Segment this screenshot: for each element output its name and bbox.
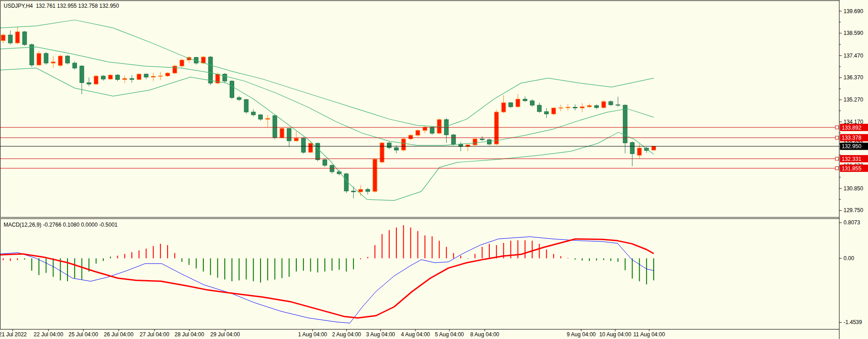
candle-bear: [208, 57, 212, 83]
candle-bear: [530, 101, 534, 105]
candle-bear: [259, 115, 263, 119]
candle-bull: [359, 189, 363, 192]
candle-bull: [494, 112, 498, 144]
candle-bear: [8, 35, 12, 43]
candle-bull: [559, 108, 563, 108]
candle-bull: [437, 120, 441, 133]
candle-bull: [1, 35, 5, 40]
candle-bull: [137, 74, 141, 79]
candle-bear: [352, 191, 356, 192]
candle-bull: [401, 139, 405, 150]
candle-bull: [409, 135, 413, 139]
macd-indicator-label: MACD(12,26,9) -0.2766 0.1080 0.0000 -0.5…: [4, 222, 118, 228]
price-axis-label: 138.590: [844, 30, 863, 36]
candle-bull: [37, 53, 41, 65]
candle-bull: [580, 107, 584, 108]
candle-bear: [230, 81, 234, 97]
candle-bull: [51, 62, 55, 63]
candle-bear: [287, 128, 291, 140]
candle-bear: [273, 116, 277, 138]
candle-bull: [123, 78, 127, 79]
time-axis-label: 5 Aug 04:00: [435, 331, 464, 338]
last-price-badge-text: 132.950: [842, 143, 862, 150]
candle-bear: [487, 140, 492, 144]
candle-bull: [416, 131, 420, 136]
candle-bear: [116, 75, 120, 80]
level-handle-icon[interactable]: [835, 167, 839, 170]
level-price-badge: 133.378: [840, 134, 868, 141]
candle-bear: [452, 135, 456, 145]
terminal-chart-window: USDJPY,H4 132.761 132.955 132.758 132.95…: [0, 0, 868, 339]
candle-bull: [294, 138, 298, 141]
time-axis-label: 26 Jul 04:00: [104, 331, 134, 338]
candle-bear: [609, 102, 613, 105]
candle-bear: [316, 143, 320, 160]
candle-bear: [537, 105, 541, 111]
macd-axis-label: 0.00: [844, 255, 854, 262]
candle-bear: [323, 160, 327, 165]
candle-bear: [394, 148, 398, 150]
time-axis-label: 22 Jul 04:00: [34, 331, 63, 338]
candle-bull: [423, 127, 427, 131]
candle-bear: [430, 127, 434, 133]
candle-bear: [523, 99, 527, 101]
time-axis-label: 2 Aug 04:00: [332, 331, 361, 338]
candle-bull: [473, 139, 477, 145]
candle-bull: [15, 32, 19, 43]
candle-bear: [101, 76, 105, 79]
candle-bull: [602, 102, 606, 107]
candle-bear: [616, 105, 620, 105]
candle-bear: [223, 74, 227, 81]
candle-bear: [573, 107, 577, 108]
macd-axis-label: -1.4539: [844, 319, 862, 325]
level-price-badge: 133.892: [840, 124, 868, 131]
last-price-badge: 132.950: [840, 143, 868, 150]
candle-bear: [251, 112, 256, 115]
candle-bear: [44, 53, 48, 63]
time-axis-label: 4 Aug 04:00: [401, 331, 430, 338]
candle-bull: [552, 108, 556, 114]
level-price-badge: 132.331: [840, 155, 868, 162]
price-axis-label: 135.270: [844, 97, 863, 103]
candle-bull: [373, 160, 377, 192]
candle-bear: [237, 97, 241, 99]
candle-bear: [130, 78, 134, 79]
level-price-badge-text: 132.331: [842, 156, 862, 162]
candle-bull: [280, 128, 284, 137]
candle-bull: [637, 148, 641, 155]
level-handle-icon[interactable]: [835, 126, 839, 129]
level-handle-icon[interactable]: [835, 136, 839, 139]
candle-bear: [30, 44, 34, 65]
candle-bear: [387, 143, 391, 148]
candle-bull: [201, 57, 205, 63]
time-axis-label: 3 Aug 04:00: [366, 331, 395, 338]
candle-bull: [165, 73, 169, 76]
time-axis-label: 1 Aug 04:00: [298, 331, 327, 338]
level-price-badge: 131.855: [840, 165, 868, 172]
level-price-badge-text: 131.855: [842, 165, 862, 172]
candle-bear: [80, 66, 84, 83]
candle-bull: [94, 76, 98, 84]
candle-bull: [502, 103, 506, 112]
price-axis-label: 136.370: [844, 74, 863, 81]
time-axis-label: 8 Aug 04:00: [470, 331, 499, 338]
candle-bear: [301, 138, 305, 152]
chart-title: USDJPY,H4 132.761 132.955 132.758 132.95…: [4, 3, 119, 9]
time-axis-label: 29 Jul 04:00: [210, 331, 240, 338]
time-axis-label: 10 Aug 04:00: [599, 331, 632, 338]
candle-bear: [87, 82, 91, 84]
time-axis-label: 9 Aug 04:00: [567, 331, 596, 338]
candle-bear: [623, 105, 627, 143]
candle-bull: [173, 66, 177, 73]
candle-bull: [151, 76, 155, 77]
candle-bull: [516, 99, 520, 107]
candle-bull: [651, 146, 656, 150]
candle-bear: [330, 165, 334, 172]
candle-bear: [244, 100, 248, 112]
price-axis-label: 137.470: [844, 53, 863, 59]
level-handle-icon[interactable]: [835, 157, 839, 160]
candle-bull: [566, 107, 570, 107]
chart-canvas[interactable]: 139.690138.590137.470136.370135.270134.1…: [0, 0, 868, 339]
level-price-badge-text: 133.378: [842, 135, 862, 141]
candle-bear: [630, 142, 634, 154]
